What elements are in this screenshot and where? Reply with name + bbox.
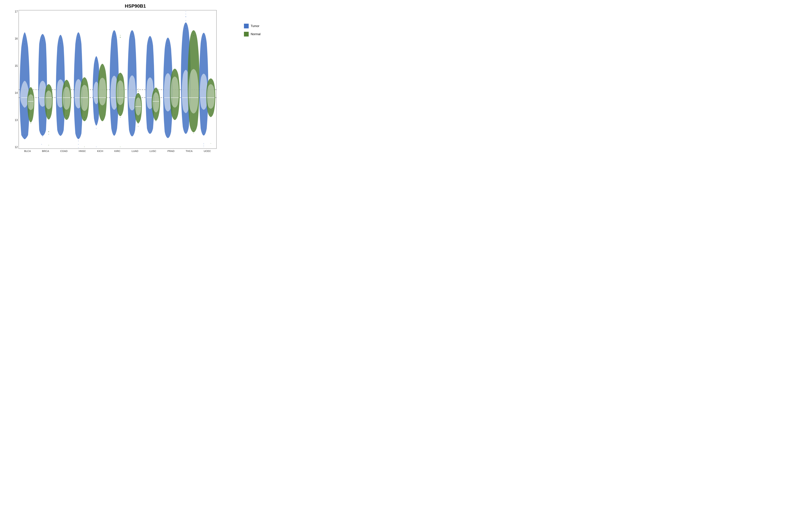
svg-point-40	[96, 58, 97, 59]
y-tick-16: 16	[15, 37, 18, 40]
x-tick-ucec: UCEC	[204, 150, 211, 153]
y-tick-labels: 17 16 15 14 13 12	[10, 10, 18, 149]
coad-normal	[62, 80, 71, 120]
svg-point-93	[203, 39, 204, 40]
svg-point-77	[174, 117, 175, 118]
luad-tumor	[128, 30, 137, 136]
svg-point-82	[186, 20, 186, 21]
svg-point-94	[203, 37, 204, 37]
svg-point-41	[96, 121, 97, 122]
svg-point-67	[150, 42, 150, 43]
svg-point-68	[150, 39, 150, 40]
x-tick-thca: THCA	[186, 150, 193, 153]
svg-point-85	[186, 11, 186, 12]
svg-point-47	[114, 36, 115, 37]
svg-point-62	[138, 91, 139, 92]
x-tick-kich: KICH	[97, 150, 103, 153]
svg-point-96	[203, 134, 204, 134]
x-tick-prad: PRAD	[167, 150, 174, 153]
legend: Tumor Normal	[244, 24, 260, 37]
legend-label-normal: Normal	[251, 33, 260, 36]
chart-title: HSP90B1	[0, 0, 271, 10]
svg-point-1	[24, 44, 25, 45]
y-tick-12: 12	[15, 146, 18, 149]
svg-point-12	[42, 38, 43, 39]
hnsc-normal	[80, 77, 89, 147]
svg-point-14	[42, 134, 43, 134]
legend-item-normal: Normal	[244, 32, 260, 37]
y-tick-13: 13	[15, 119, 18, 122]
svg-point-59	[132, 36, 133, 37]
svg-point-101	[210, 116, 211, 117]
svg-point-57	[120, 147, 120, 147]
svg-point-81	[186, 23, 186, 23]
y-tick-14: 14	[15, 92, 18, 95]
violin-plot-svg	[19, 10, 216, 149]
svg-point-76	[174, 114, 175, 115]
legend-box-tumor	[244, 24, 249, 29]
svg-point-30	[78, 137, 79, 138]
svg-point-102	[210, 143, 211, 144]
svg-point-103	[203, 147, 204, 147]
svg-point-56	[120, 117, 120, 118]
svg-point-90	[193, 130, 194, 131]
svg-point-51	[114, 135, 114, 135]
svg-point-28	[78, 39, 79, 40]
lusc-tumor	[146, 36, 154, 134]
svg-point-42	[96, 124, 97, 125]
svg-point-37	[84, 147, 85, 147]
svg-point-83	[186, 16, 186, 17]
x-tick-labels: BLCA BRCA COAD HNSC KICH KIRC LUAD LUSC …	[18, 150, 216, 159]
svg-point-97	[203, 143, 204, 144]
svg-point-43	[96, 128, 97, 129]
kich-normal	[98, 64, 107, 121]
thca-normal	[188, 30, 199, 134]
legend-label-tumor: Tumor	[251, 24, 259, 28]
svg-point-89	[193, 128, 194, 129]
svg-point-98	[203, 145, 204, 146]
chart-area	[18, 10, 216, 149]
svg-point-100	[210, 114, 211, 115]
svg-point-71	[156, 121, 156, 121]
svg-point-60	[132, 34, 133, 34]
svg-point-84	[186, 14, 186, 14]
svg-point-7	[31, 118, 31, 118]
svg-point-19	[48, 134, 49, 134]
blca-tumor	[19, 32, 30, 139]
svg-point-79	[186, 28, 186, 29]
svg-point-31	[78, 140, 79, 141]
svg-point-44	[96, 147, 97, 147]
svg-point-8	[31, 120, 31, 121]
svg-point-64	[138, 123, 139, 124]
svg-point-9	[31, 123, 31, 123]
legend-box-normal	[244, 32, 249, 37]
svg-point-5	[24, 138, 25, 139]
x-tick-hnsc: HNSC	[79, 150, 86, 153]
svg-point-53	[120, 37, 120, 38]
svg-point-16	[41, 144, 42, 145]
svg-point-25	[66, 115, 67, 116]
x-tick-coad: COAD	[60, 150, 67, 153]
svg-point-26	[66, 117, 67, 118]
svg-point-36	[84, 119, 85, 120]
svg-point-48	[114, 34, 114, 34]
svg-point-63	[138, 89, 139, 89]
x-tick-blca: BLCA	[24, 150, 31, 153]
svg-point-33	[78, 147, 79, 148]
svg-point-18	[48, 131, 49, 132]
x-tick-lusc: LUSC	[150, 150, 156, 153]
svg-point-4	[24, 135, 25, 135]
svg-point-39	[96, 60, 97, 61]
svg-point-32	[78, 144, 79, 145]
svg-point-35	[84, 117, 85, 118]
svg-point-55	[120, 114, 120, 115]
svg-point-20	[48, 145, 49, 146]
svg-point-2	[24, 41, 25, 42]
svg-point-23	[60, 40, 61, 41]
svg-point-74	[167, 43, 168, 44]
svg-point-87	[193, 35, 194, 36]
x-tick-luad: LUAD	[132, 150, 138, 153]
legend-item-tumor: Tumor	[244, 24, 260, 29]
x-tick-kirc: KIRC	[114, 150, 120, 153]
svg-point-15	[42, 136, 43, 137]
